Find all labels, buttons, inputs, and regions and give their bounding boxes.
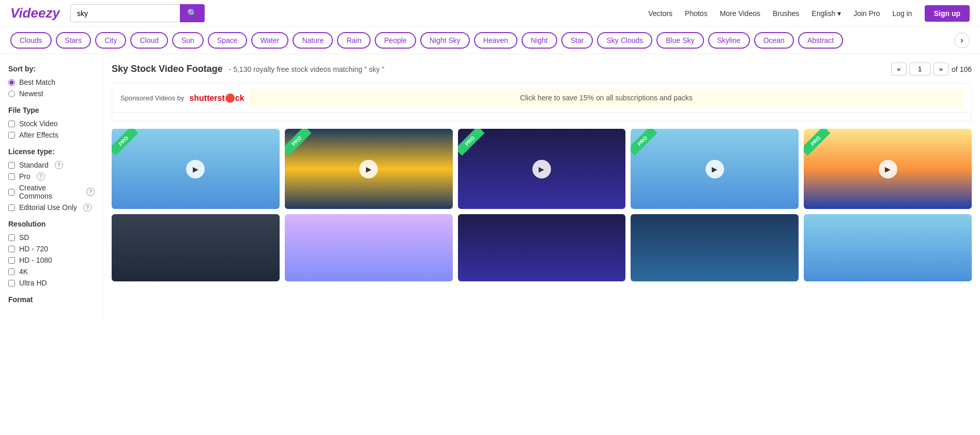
join-pro-link[interactable]: Join Pro <box>853 9 880 18</box>
file-type-options: Stock Video After Effects <box>8 119 95 139</box>
pro-badge-1 <box>112 129 148 165</box>
results-title-block: Sky Stock Video Footage - 5,130 royalty … <box>112 64 385 74</box>
bottom-video-4[interactable] <box>631 214 799 281</box>
res-4k[interactable]: 4K <box>8 267 95 276</box>
nav-links: Vectors Photos More Videos Brushes Engli… <box>648 5 970 22</box>
tag-clouds[interactable]: Clouds <box>10 32 52 49</box>
main-play-5[interactable]: ▶ <box>879 160 897 178</box>
main-play-3[interactable]: ▶ <box>532 160 551 178</box>
license-editorial[interactable]: Editorial Use Only ? <box>8 203 95 212</box>
file-type-label: File Type <box>8 106 95 114</box>
tag-water[interactable]: Water <box>251 32 289 49</box>
sidebar: Sort by: Best Match Newest File Type Sto… <box>0 54 103 319</box>
standard-help-icon[interactable]: ? <box>55 161 63 169</box>
next-page-button[interactable]: » <box>933 63 948 76</box>
pro-help-icon[interactable]: ? <box>37 172 45 181</box>
results-title: Sky Stock Video Footage <box>112 64 223 74</box>
bottom-video-grid <box>112 214 972 281</box>
main-play-2[interactable]: ▶ <box>359 160 378 178</box>
sponsored-text: Sponsored Videos by <box>120 94 184 102</box>
main-play-4[interactable]: ▶ <box>706 160 724 178</box>
search-button[interactable]: 🔍 <box>180 4 205 22</box>
language-selector[interactable]: English ▾ <box>811 9 841 18</box>
brushes-link[interactable]: Brushes <box>773 9 799 18</box>
pro-badge-2 <box>285 129 321 165</box>
main-video-grid: ▶ ▶ ▶ ▶ ▶ <box>112 129 972 209</box>
content-header: Sky Stock Video Footage - 5,130 royalty … <box>112 63 972 76</box>
sponsored-header: Sponsored Videos by shutterst🔴ck Click h… <box>112 83 971 113</box>
sort-newest[interactable]: Newest <box>8 89 95 98</box>
main-video-2[interactable]: ▶ <box>285 129 453 209</box>
tag-night-sky[interactable]: Night Sky <box>420 32 470 49</box>
content-area: Sky Stock Video Footage - 5,130 royalty … <box>103 54 980 319</box>
tag-sun[interactable]: Sun <box>172 32 204 49</box>
bottom-video-2[interactable] <box>285 214 453 281</box>
resolution-options: SD HD - 720 HD - 1080 4K Ultra HD <box>8 233 95 287</box>
res-hd1080[interactable]: HD - 1080 <box>8 256 95 264</box>
total-pages: of 106 <box>952 65 972 73</box>
license-creative-commons[interactable]: Creative Commons ? <box>8 184 95 200</box>
main-video-5[interactable]: ▶ <box>804 129 972 209</box>
license-type-label: License type: <box>8 147 95 156</box>
main-video-4[interactable]: ▶ <box>631 129 799 209</box>
sort-label: Sort by: <box>8 65 95 73</box>
tag-sky-clouds[interactable]: Sky Clouds <box>597 32 652 49</box>
main-video-1[interactable]: ▶ <box>112 129 280 209</box>
search-input[interactable] <box>70 4 180 22</box>
res-sd[interactable]: SD <box>8 233 95 242</box>
sponsored-grid-row2: ▶ ▶ ▶ ▶ ▶ ▶ ▶ <box>112 117 971 121</box>
tag-ocean[interactable]: Ocean <box>754 32 794 49</box>
main-video-3[interactable]: ▶ <box>458 129 626 209</box>
prev-page-button[interactable]: « <box>891 63 906 76</box>
pagination: « » of 106 <box>891 63 972 76</box>
main-play-1[interactable]: ▶ <box>186 160 205 178</box>
more-videos-link[interactable]: More Videos <box>720 9 760 18</box>
editorial-help-icon[interactable]: ? <box>83 203 91 212</box>
main-container: Sort by: Best Match Newest File Type Sto… <box>0 54 980 319</box>
tag-heaven[interactable]: Heaven <box>474 32 517 49</box>
tag-city[interactable]: City <box>95 32 126 49</box>
sponsored-section: Sponsored Videos by shutterst🔴ck Click h… <box>112 83 972 122</box>
photos-link[interactable]: Photos <box>685 9 708 18</box>
bottom-video-5[interactable] <box>804 214 972 281</box>
search-bar: 🔍 <box>70 4 205 22</box>
tag-space[interactable]: Space <box>208 32 247 49</box>
tag-star[interactable]: Star <box>561 32 593 49</box>
file-type-stock-video[interactable]: Stock Video <box>8 119 95 128</box>
pro-badge-4 <box>631 129 667 165</box>
format-label: Format <box>8 295 95 304</box>
tag-night[interactable]: Night <box>522 32 557 49</box>
tags-row: Clouds Stars City Cloud Sun Space Water … <box>0 27 980 54</box>
tag-people[interactable]: People <box>375 32 416 49</box>
tag-skyline[interactable]: Skyline <box>708 32 750 49</box>
header: Videezy 🔍 Vectors Photos More Videos Bru… <box>0 0 980 27</box>
tag-nature[interactable]: Nature <box>293 32 333 49</box>
pro-badge-3 <box>458 129 494 165</box>
tags-next-arrow[interactable]: › <box>954 33 970 48</box>
result-count: - 5,130 royalty free stock videos matchi… <box>229 65 385 73</box>
bottom-video-1[interactable] <box>112 214 280 281</box>
cc-help-icon[interactable]: ? <box>86 188 95 196</box>
shutterstock-logo: shutterst🔴ck <box>189 93 244 103</box>
log-in-link[interactable]: Log in <box>893 9 912 18</box>
file-type-after-effects[interactable]: After Effects <box>8 131 95 139</box>
bottom-video-3[interactable] <box>458 214 626 281</box>
license-pro[interactable]: Pro ? <box>8 172 95 181</box>
sort-options: Best Match Newest <box>8 78 95 98</box>
res-hd720[interactable]: HD - 720 <box>8 245 95 253</box>
res-ultra-hd[interactable]: Ultra HD <box>8 279 95 287</box>
sort-best-match[interactable]: Best Match <box>8 78 95 86</box>
tag-abstract[interactable]: Abstract <box>798 32 843 49</box>
license-options: Standard ? Pro ? Creative Commons ? Edit… <box>8 161 95 212</box>
tag-stars[interactable]: Stars <box>56 32 91 49</box>
tag-rain[interactable]: Rain <box>337 32 371 49</box>
resolution-label: Resolution <box>8 220 95 228</box>
tag-blue-sky[interactable]: Blue Sky <box>656 32 703 49</box>
pro-badge-5 <box>804 129 840 165</box>
tag-cloud[interactable]: Cloud <box>130 32 168 49</box>
promo-banner[interactable]: Click here to save 15% on all subscripti… <box>250 88 963 107</box>
page-input[interactable] <box>910 63 930 76</box>
vectors-link[interactable]: Vectors <box>648 9 672 18</box>
license-standard[interactable]: Standard ? <box>8 161 95 169</box>
sign-up-button[interactable]: Sign up <box>925 5 970 22</box>
